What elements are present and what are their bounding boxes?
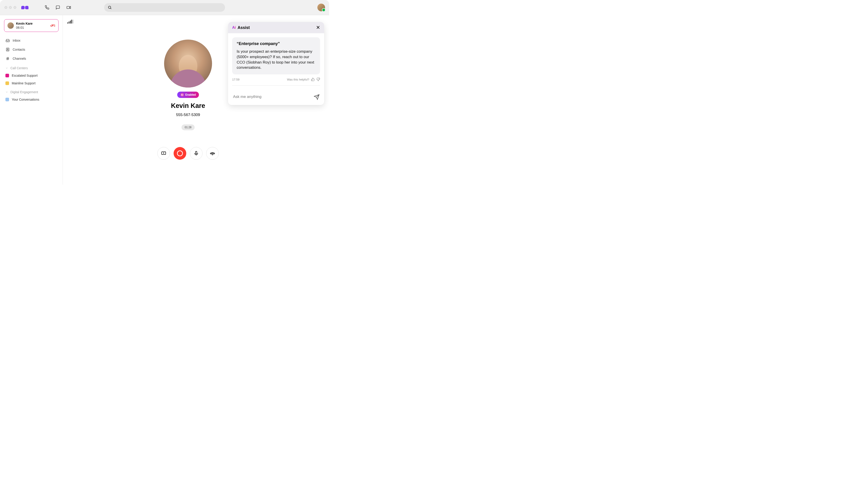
cc-label: Escalated Support <box>12 74 37 77</box>
cc-escalated-support[interactable]: Escalated Support <box>4 72 59 79</box>
contact-avatar <box>164 39 212 88</box>
active-call-card[interactable]: Kevin Kare 06:01 <box>4 19 59 32</box>
active-call-time: 06:01 <box>16 26 50 29</box>
color-swatch <box>5 98 9 101</box>
main-content: Ai Enabled Kevin Kare 555-567-5309 01:28 <box>63 15 329 184</box>
assist-title: Assist <box>238 25 250 30</box>
end-call-button[interactable] <box>206 147 219 160</box>
thumbs-up-button[interactable] <box>311 78 315 81</box>
nav-inbox[interactable]: Inbox <box>4 36 59 45</box>
de-your-conversations[interactable]: Your Conversations <box>4 96 59 103</box>
app-logo <box>21 6 29 9</box>
ai-badge-icon: Ai <box>180 93 184 96</box>
assist-message-title: “Enterprise company” <box>237 41 315 46</box>
contact-name: Kevin Kare <box>171 102 205 110</box>
mute-button[interactable] <box>190 147 203 160</box>
video-icon[interactable] <box>66 5 71 10</box>
assist-panel: Ai Assist ✕ “Enterprise company” Is your… <box>228 22 324 105</box>
assist-message-text: Is your prospect an enterprise-size comp… <box>237 49 315 70</box>
nav-contacts[interactable]: Contacts <box>4 45 59 54</box>
contact-phone: 555-567-5309 <box>176 113 200 117</box>
cc-label: Mainline Support <box>12 81 35 85</box>
svg-rect-0 <box>67 6 70 8</box>
helpful-label: Was this helpful? <box>287 78 309 81</box>
chevron-down-icon <box>5 91 8 93</box>
svg-line-7 <box>8 57 8 60</box>
hash-icon <box>5 56 10 61</box>
message-icon[interactable] <box>56 5 60 10</box>
inbox-icon <box>5 38 10 43</box>
minimize-window-button[interactable] <box>9 6 12 9</box>
phone-icon[interactable] <box>45 5 49 10</box>
current-user-avatar[interactable] <box>317 4 325 11</box>
section-title: Digital Engagement <box>10 90 38 94</box>
close-assist-button[interactable]: ✕ <box>316 25 320 30</box>
section-title: Call Centers <box>10 66 28 70</box>
cc-mainline-support[interactable]: Mainline Support <box>4 79 59 87</box>
section-digital-engagement[interactable]: Digital Engagement <box>4 87 59 96</box>
record-icon <box>177 150 183 156</box>
thumbs-down-button[interactable] <box>316 78 320 81</box>
nav-label: Inbox <box>13 39 20 42</box>
assist-input[interactable] <box>233 94 314 99</box>
call-duration: 01:28 <box>182 124 195 130</box>
assist-timestamp: 17:59 <box>232 78 240 81</box>
section-call-centers[interactable]: Call Centers <box>4 63 59 72</box>
assist-message: “Enterprise company” Is your prospect an… <box>232 37 320 75</box>
close-window-button[interactable] <box>4 6 7 9</box>
signal-strength-icon <box>67 20 73 24</box>
svg-point-1 <box>108 6 111 8</box>
color-swatch <box>5 81 9 85</box>
nav-channels[interactable]: Channels <box>4 54 59 63</box>
svg-line-6 <box>7 57 7 60</box>
assist-logo-icon: Ai <box>232 26 236 30</box>
hangup-icon[interactable] <box>50 23 55 28</box>
send-button[interactable] <box>314 94 319 99</box>
search-bar[interactable] <box>104 3 225 12</box>
record-button[interactable] <box>174 147 186 160</box>
chevron-down-icon <box>5 67 8 69</box>
ai-enabled-badge[interactable]: Ai Enabled <box>177 92 199 98</box>
titlebar <box>0 0 329 15</box>
svg-rect-9 <box>195 151 197 154</box>
badge-label: Enabled <box>185 93 196 96</box>
sidebar: Kevin Kare 06:01 Inbox Contacts <box>0 15 63 184</box>
call-avatar <box>7 22 14 29</box>
search-icon <box>108 5 112 9</box>
app-window: Kevin Kare 06:01 Inbox Contacts <box>0 0 329 184</box>
cc-label: Your Conversations <box>12 98 39 101</box>
svg-point-3 <box>7 49 8 50</box>
color-swatch <box>5 74 9 77</box>
maximize-window-button[interactable] <box>13 6 16 9</box>
assist-header: Ai Assist ✕ <box>228 22 324 33</box>
screen-share-button[interactable] <box>157 147 170 160</box>
window-controls <box>4 6 16 9</box>
nav-label: Contacts <box>13 48 25 51</box>
active-call-name: Kevin Kare <box>16 22 50 25</box>
contacts-icon <box>5 47 10 52</box>
call-controls <box>157 147 219 160</box>
nav-label: Channels <box>13 57 26 60</box>
